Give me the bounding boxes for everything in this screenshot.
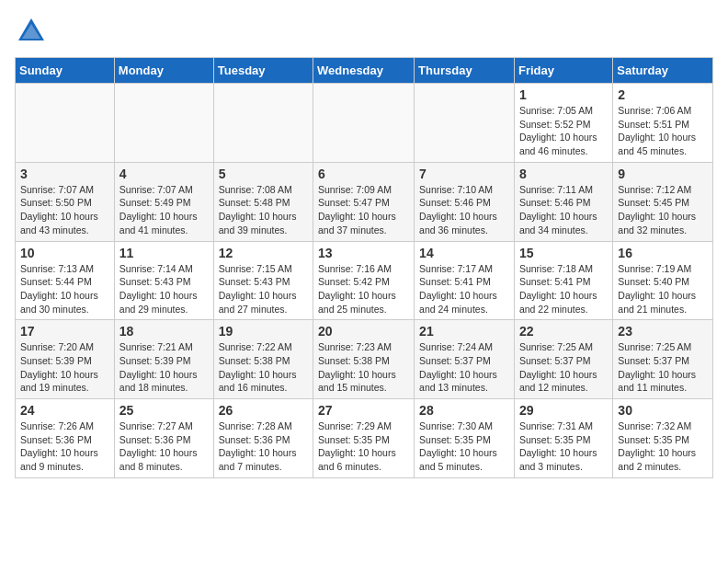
day-info: Sunrise: 7:08 AM Sunset: 5:48 PM Dayligh… — [219, 183, 308, 237]
calendar-cell: 8Sunrise: 7:11 AM Sunset: 5:46 PM Daylig… — [514, 162, 612, 241]
calendar-cell: 2Sunrise: 7:06 AM Sunset: 5:51 PM Daylig… — [613, 84, 713, 163]
day-info: Sunrise: 7:24 AM Sunset: 5:37 PM Dayligh… — [419, 340, 509, 395]
calendar-cell: 7Sunrise: 7:10 AM Sunset: 5:46 PM Daylig… — [415, 162, 515, 241]
day-info: Sunrise: 7:18 AM Sunset: 5:41 PM Dayligh… — [519, 262, 608, 316]
day-number: 19 — [219, 324, 308, 339]
day-info: Sunrise: 7:26 AM Sunset: 5:36 PM Dayligh… — [20, 419, 109, 474]
calendar-header-tuesday: Tuesday — [213, 58, 313, 84]
calendar-cell: 16Sunrise: 7:19 AM Sunset: 5:40 PM Dayli… — [613, 241, 713, 320]
day-number: 18 — [119, 324, 209, 339]
day-number: 24 — [20, 403, 109, 418]
day-number: 17 — [20, 324, 109, 339]
day-info: Sunrise: 7:25 AM Sunset: 5:37 PM Dayligh… — [519, 340, 608, 395]
calendar-cell: 6Sunrise: 7:09 AM Sunset: 5:47 PM Daylig… — [313, 162, 415, 241]
calendar-cell: 5Sunrise: 7:08 AM Sunset: 5:48 PM Daylig… — [213, 162, 313, 241]
day-number: 1 — [519, 87, 608, 102]
calendar-cell: 12Sunrise: 7:15 AM Sunset: 5:43 PM Dayli… — [213, 241, 313, 320]
day-number: 7 — [419, 167, 509, 181]
calendar-cell: 28Sunrise: 7:30 AM Sunset: 5:35 PM Dayli… — [415, 399, 515, 478]
calendar-cell: 1Sunrise: 7:05 AM Sunset: 5:52 PM Daylig… — [514, 84, 612, 163]
day-info: Sunrise: 7:14 AM Sunset: 5:43 PM Dayligh… — [119, 262, 209, 316]
day-info: Sunrise: 7:20 AM Sunset: 5:39 PM Dayligh… — [20, 340, 109, 395]
calendar-header-sunday: Sunday — [16, 58, 115, 84]
day-info: Sunrise: 7:05 AM Sunset: 5:52 PM Dayligh… — [519, 104, 608, 158]
day-info: Sunrise: 7:23 AM Sunset: 5:38 PM Dayligh… — [318, 340, 409, 395]
calendar-header-wednesday: Wednesday — [313, 58, 415, 84]
calendar: SundayMondayTuesdayWednesdayThursdayFrid… — [15, 57, 713, 478]
calendar-cell: 27Sunrise: 7:29 AM Sunset: 5:35 PM Dayli… — [313, 399, 415, 478]
calendar-week-4: 17Sunrise: 7:20 AM Sunset: 5:39 PM Dayli… — [16, 320, 713, 399]
day-number: 29 — [519, 403, 608, 418]
day-info: Sunrise: 7:15 AM Sunset: 5:43 PM Dayligh… — [219, 262, 308, 316]
day-info: Sunrise: 7:17 AM Sunset: 5:41 PM Dayligh… — [419, 262, 509, 316]
day-info: Sunrise: 7:31 AM Sunset: 5:35 PM Dayligh… — [519, 419, 608, 474]
day-info: Sunrise: 7:12 AM Sunset: 5:45 PM Dayligh… — [618, 183, 708, 237]
day-number: 13 — [318, 246, 409, 260]
calendar-cell — [16, 84, 115, 163]
day-info: Sunrise: 7:11 AM Sunset: 5:46 PM Dayligh… — [519, 183, 608, 237]
day-info: Sunrise: 7:06 AM Sunset: 5:51 PM Dayligh… — [618, 104, 708, 158]
calendar-cell: 18Sunrise: 7:21 AM Sunset: 5:39 PM Dayli… — [114, 320, 213, 399]
day-info: Sunrise: 7:19 AM Sunset: 5:40 PM Dayligh… — [618, 262, 708, 316]
day-info: Sunrise: 7:10 AM Sunset: 5:46 PM Dayligh… — [419, 183, 509, 237]
calendar-week-3: 10Sunrise: 7:13 AM Sunset: 5:44 PM Dayli… — [16, 241, 713, 320]
calendar-cell: 10Sunrise: 7:13 AM Sunset: 5:44 PM Dayli… — [16, 241, 115, 320]
day-number: 26 — [219, 403, 308, 418]
day-info: Sunrise: 7:22 AM Sunset: 5:38 PM Dayligh… — [219, 340, 308, 395]
day-number: 21 — [419, 324, 509, 339]
calendar-cell: 22Sunrise: 7:25 AM Sunset: 5:37 PM Dayli… — [514, 320, 612, 399]
calendar-cell: 3Sunrise: 7:07 AM Sunset: 5:50 PM Daylig… — [16, 162, 115, 241]
calendar-cell: 17Sunrise: 7:20 AM Sunset: 5:39 PM Dayli… — [16, 320, 115, 399]
day-number: 8 — [519, 167, 608, 181]
calendar-cell: 4Sunrise: 7:07 AM Sunset: 5:49 PM Daylig… — [114, 162, 213, 241]
calendar-cell — [415, 84, 515, 163]
day-info: Sunrise: 7:27 AM Sunset: 5:36 PM Dayligh… — [119, 419, 209, 474]
calendar-cell: 25Sunrise: 7:27 AM Sunset: 5:36 PM Dayli… — [114, 399, 213, 478]
calendar-cell: 21Sunrise: 7:24 AM Sunset: 5:37 PM Dayli… — [415, 320, 515, 399]
day-number: 15 — [519, 246, 608, 260]
day-info: Sunrise: 7:16 AM Sunset: 5:42 PM Dayligh… — [318, 262, 409, 316]
day-number: 5 — [219, 167, 308, 181]
day-info: Sunrise: 7:30 AM Sunset: 5:35 PM Dayligh… — [419, 419, 509, 474]
calendar-cell: 23Sunrise: 7:25 AM Sunset: 5:37 PM Dayli… — [613, 320, 713, 399]
calendar-header-saturday: Saturday — [613, 58, 713, 84]
day-number: 16 — [618, 246, 708, 260]
calendar-body: 1Sunrise: 7:05 AM Sunset: 5:52 PM Daylig… — [16, 84, 713, 478]
calendar-cell: 11Sunrise: 7:14 AM Sunset: 5:43 PM Dayli… — [114, 241, 213, 320]
day-number: 14 — [419, 246, 509, 260]
calendar-header-row: SundayMondayTuesdayWednesdayThursdayFrid… — [16, 58, 713, 84]
day-info: Sunrise: 7:28 AM Sunset: 5:36 PM Dayligh… — [219, 419, 308, 474]
day-number: 10 — [20, 246, 109, 260]
calendar-cell: 26Sunrise: 7:28 AM Sunset: 5:36 PM Dayli… — [213, 399, 313, 478]
calendar-cell — [213, 84, 313, 163]
calendar-week-2: 3Sunrise: 7:07 AM Sunset: 5:50 PM Daylig… — [16, 162, 713, 241]
calendar-cell: 19Sunrise: 7:22 AM Sunset: 5:38 PM Dayli… — [213, 320, 313, 399]
day-number: 28 — [419, 403, 509, 418]
calendar-cell: 30Sunrise: 7:32 AM Sunset: 5:35 PM Dayli… — [613, 399, 713, 478]
day-info: Sunrise: 7:25 AM Sunset: 5:37 PM Dayligh… — [618, 340, 708, 395]
day-info: Sunrise: 7:13 AM Sunset: 5:44 PM Dayligh… — [20, 262, 109, 316]
day-number: 23 — [618, 324, 708, 339]
header — [15, 15, 713, 48]
logo-icon — [15, 15, 48, 48]
day-number: 11 — [119, 246, 209, 260]
day-info: Sunrise: 7:29 AM Sunset: 5:35 PM Dayligh… — [318, 419, 409, 474]
calendar-cell: 20Sunrise: 7:23 AM Sunset: 5:38 PM Dayli… — [313, 320, 415, 399]
day-number: 9 — [618, 167, 708, 181]
day-number: 22 — [519, 324, 608, 339]
calendar-cell — [114, 84, 213, 163]
day-info: Sunrise: 7:09 AM Sunset: 5:47 PM Dayligh… — [318, 183, 409, 237]
day-info: Sunrise: 7:32 AM Sunset: 5:35 PM Dayligh… — [618, 419, 708, 474]
day-number: 6 — [318, 167, 409, 181]
day-number: 25 — [119, 403, 209, 418]
day-info: Sunrise: 7:07 AM Sunset: 5:49 PM Dayligh… — [119, 183, 209, 237]
calendar-header-monday: Monday — [114, 58, 213, 84]
calendar-cell: 29Sunrise: 7:31 AM Sunset: 5:35 PM Dayli… — [514, 399, 612, 478]
calendar-cell: 13Sunrise: 7:16 AM Sunset: 5:42 PM Dayli… — [313, 241, 415, 320]
calendar-header-friday: Friday — [514, 58, 612, 84]
logo — [15, 15, 51, 48]
day-info: Sunrise: 7:21 AM Sunset: 5:39 PM Dayligh… — [119, 340, 209, 395]
day-number: 27 — [318, 403, 409, 418]
calendar-header-thursday: Thursday — [415, 58, 515, 84]
day-number: 2 — [618, 87, 708, 102]
